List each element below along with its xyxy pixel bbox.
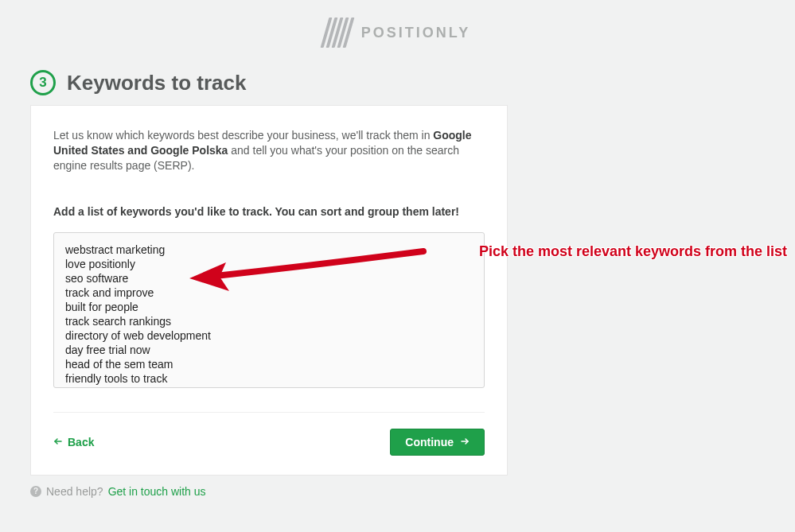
step-number-badge: 3 [30, 70, 56, 95]
help-icon: ? [30, 486, 41, 497]
annotation-callout: Pick the most relevant keywords from the… [479, 243, 787, 260]
arrow-left-icon [53, 436, 63, 449]
help-link[interactable]: Get in touch with us [108, 485, 206, 498]
keywords-card: Let us know which keywords best describe… [30, 105, 508, 476]
continue-button[interactable]: Continue [390, 429, 485, 456]
instructions-text: Add a list of keywords you'd like to tra… [53, 205, 485, 218]
brand-name: POSITIONLY [361, 25, 470, 41]
step-header: 3 Keywords to track [0, 70, 795, 95]
help-footer: ? Need help? Get in touch with us [0, 476, 795, 498]
arrow-right-icon [460, 436, 470, 449]
desc-prefix: Let us know which keywords best describe… [53, 129, 433, 142]
keywords-textarea[interactable] [53, 232, 485, 388]
brand-header: POSITIONLY [0, 0, 795, 70]
continue-label: Continue [405, 436, 454, 449]
help-prefix: Need help? [46, 485, 103, 498]
page-title: Keywords to track [67, 71, 246, 95]
positionly-logo-icon [320, 17, 354, 48]
divider [53, 412, 485, 413]
card-footer: Back Continue [53, 429, 485, 456]
back-button[interactable]: Back [53, 436, 94, 449]
back-label: Back [68, 436, 94, 449]
description-text: Let us know which keywords best describe… [53, 128, 485, 173]
